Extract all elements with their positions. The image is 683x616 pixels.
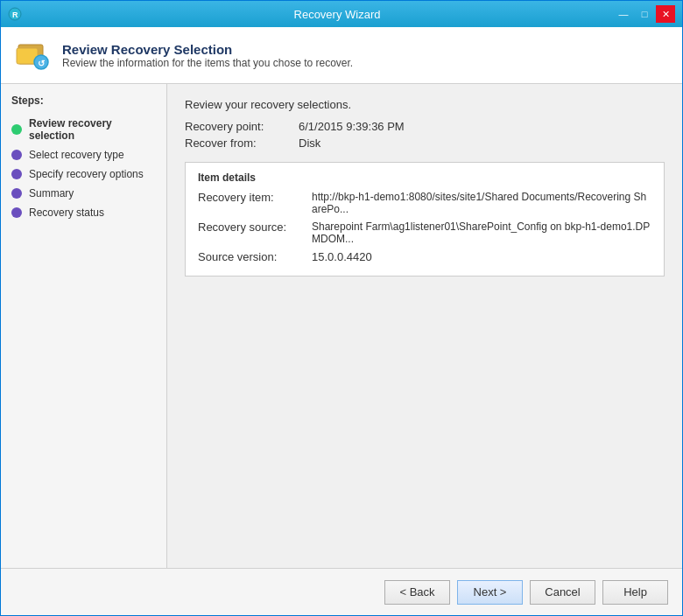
- source-version-label: Source version:: [198, 250, 312, 263]
- wizard-header: ↺ Review Recovery Selection Review the i…: [1, 27, 682, 84]
- sidebar-item-review[interactable]: Review recovery selection: [1, 114, 166, 145]
- sidebar-item-summary[interactable]: Summary: [1, 184, 166, 203]
- main-panel: Review your recovery selections. Recover…: [167, 84, 682, 568]
- close-button[interactable]: ✕: [656, 5, 675, 23]
- recovery-point-row: Recovery point: 6/1/2015 9:39:36 PM: [185, 120, 665, 133]
- content-area: Steps: Review recovery selection Select …: [1, 84, 682, 568]
- recover-from-row: Recover from: Disk: [185, 136, 665, 150]
- item-details-title: Item details: [198, 172, 651, 184]
- recover-from-label: Recover from:: [185, 136, 299, 150]
- cancel-button[interactable]: Cancel: [530, 580, 595, 605]
- dot-status: [11, 207, 22, 218]
- item-details-box: Item details Recovery item: http://bkp-h…: [185, 162, 665, 276]
- wizard-title: Review Recovery Selection: [62, 42, 353, 57]
- dot-select-type: [11, 150, 22, 160]
- maximize-button[interactable]: □: [635, 5, 654, 23]
- recovery-source-label: Recovery source:: [198, 220, 312, 245]
- recovery-source-row: Recovery source: Sharepoint Farm\ag1list…: [198, 220, 651, 245]
- sidebar-label-select-type: Select recovery type: [29, 149, 124, 161]
- sidebar-label-review: Review recovery selection: [29, 117, 156, 142]
- dot-specify: [11, 169, 22, 179]
- sidebar: Steps: Review recovery selection Select …: [1, 84, 167, 568]
- steps-label: Steps:: [1, 94, 166, 114]
- sidebar-label-status: Recovery status: [29, 206, 104, 219]
- footer: < Back Next > Cancel Help: [1, 568, 682, 615]
- svg-text:R: R: [12, 10, 18, 19]
- dot-review: [11, 124, 22, 135]
- window-controls: — □ ✕: [614, 5, 675, 23]
- wizard-header-icon: ↺: [15, 38, 50, 73]
- recovery-point-value: 6/1/2015 9:39:36 PM: [299, 120, 405, 133]
- sidebar-label-summary: Summary: [29, 187, 74, 200]
- window-title: Recovery Wizard: [60, 8, 614, 21]
- source-version-row: Source version: 15.0.0.4420: [198, 250, 651, 263]
- recovery-item-row: Recovery item: http://bkp-h1-demo1:8080/…: [198, 191, 651, 215]
- next-button[interactable]: Next >: [457, 580, 523, 605]
- svg-text:↺: ↺: [38, 59, 46, 68]
- wizard-window: R Recovery Wizard — □ ✕ ↺ Review Recover…: [0, 0, 683, 616]
- title-bar: R Recovery Wizard — □ ✕: [1, 1, 682, 27]
- sidebar-item-select-type[interactable]: Select recovery type: [1, 145, 166, 164]
- wizard-subtitle: Review the information for the items tha…: [62, 57, 353, 69]
- minimize-button[interactable]: —: [614, 5, 633, 23]
- sidebar-label-specify: Specify recovery options: [29, 168, 144, 180]
- dot-summary: [11, 188, 22, 199]
- recovery-item-label: Recovery item:: [198, 191, 312, 215]
- main-intro-text: Review your recovery selections.: [185, 98, 665, 111]
- recovery-source-value: Sharepoint Farm\ag1listener01\SharePoint…: [312, 220, 651, 245]
- help-button[interactable]: Help: [602, 580, 668, 605]
- source-version-value: 15.0.0.4420: [312, 250, 372, 263]
- recovery-point-label: Recovery point:: [185, 120, 299, 133]
- sidebar-item-status[interactable]: Recovery status: [1, 203, 166, 222]
- recover-from-value: Disk: [299, 136, 320, 150]
- back-button[interactable]: < Back: [384, 580, 450, 605]
- wizard-header-text: Review Recovery Selection Review the inf…: [62, 42, 353, 69]
- window-icon: R: [8, 7, 22, 21]
- recovery-item-value: http://bkp-h1-demo1:8080/sites/site1/Sha…: [312, 191, 651, 215]
- sidebar-item-specify[interactable]: Specify recovery options: [1, 164, 166, 184]
